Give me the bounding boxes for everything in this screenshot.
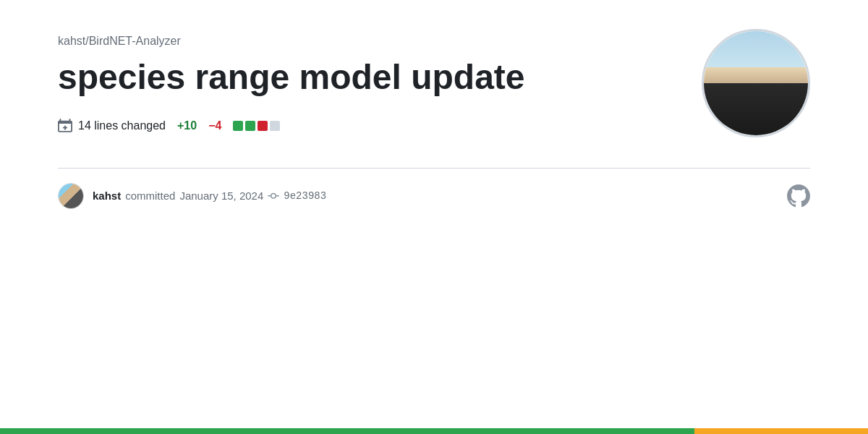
commit-action: committed bbox=[125, 190, 175, 202]
diff-bar-1 bbox=[233, 121, 243, 131]
commit-info-row: kahst committed January 15, 2024 9e23983 bbox=[58, 168, 810, 224]
deletions-count: −4 bbox=[208, 119, 221, 132]
commit-author[interactable]: kahst bbox=[93, 190, 121, 202]
commit-title: species range model update bbox=[58, 56, 550, 98]
main-content: kahst/BirdNET-Analyzer species range mod… bbox=[0, 0, 868, 428]
repo-name[interactable]: kahst/BirdNET-Analyzer bbox=[58, 35, 810, 48]
diff-bar-4 bbox=[270, 121, 280, 131]
commit-node-icon bbox=[268, 190, 279, 202]
author-avatar-small bbox=[58, 183, 84, 209]
commit-date: January 15, 2024 bbox=[179, 190, 263, 202]
bottom-bar bbox=[0, 428, 868, 434]
github-logo-icon bbox=[787, 184, 810, 208]
lines-changed-label: 14 lines changed bbox=[78, 119, 166, 132]
diff-icon bbox=[58, 119, 72, 133]
commit-hash[interactable]: 9e23983 bbox=[284, 190, 326, 202]
diff-bar-2 bbox=[245, 121, 255, 131]
avatar-large bbox=[702, 29, 810, 137]
commit-meta: kahst committed January 15, 2024 9e23983 bbox=[93, 190, 778, 202]
stats-row: 14 lines changed +10 −4 bbox=[58, 119, 810, 133]
diff-bars bbox=[233, 121, 280, 131]
lines-changed: 14 lines changed bbox=[58, 119, 166, 133]
diff-bar-3 bbox=[258, 121, 268, 131]
additions-count: +10 bbox=[177, 119, 197, 132]
